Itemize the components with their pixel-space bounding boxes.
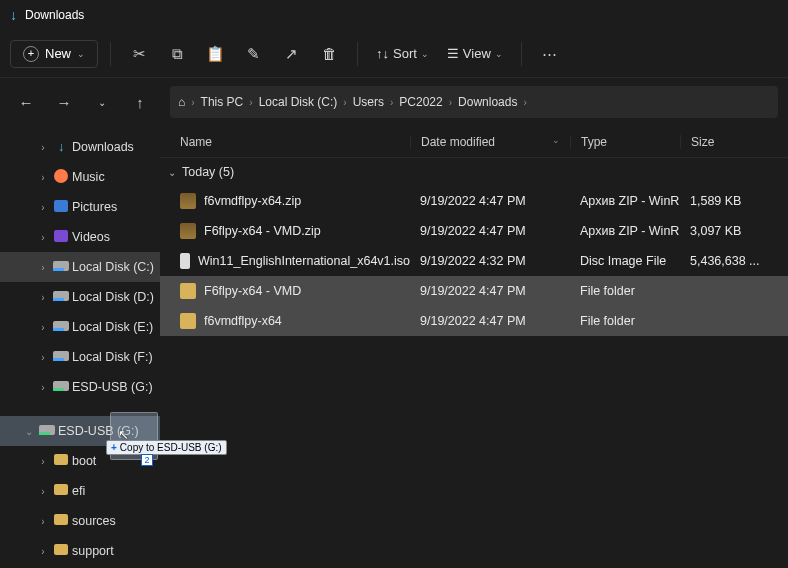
chevron-down-icon: ⌄ xyxy=(495,49,503,59)
chevron-down-icon: ⌄ xyxy=(421,49,429,59)
download-icon: ↓ xyxy=(10,7,17,23)
group-label: Today (5) xyxy=(182,165,234,179)
up-button[interactable]: ↑ xyxy=(124,86,156,118)
chevron-icon: › xyxy=(36,382,50,393)
file-size: 3,097 KB xyxy=(680,224,788,238)
sidebar-item[interactable]: ⌄ESD-USB (G:) xyxy=(0,416,160,446)
view-label: View xyxy=(463,46,491,61)
breadcrumb-segment[interactable]: Users xyxy=(353,95,384,109)
file-row[interactable]: Win11_EnglishInternational_x64v1.iso9/19… xyxy=(160,246,788,276)
chevron-right-icon: › xyxy=(343,97,346,108)
navbar: ← → ⌄ ↑ ⌂ › This PC › Local Disk (C:) › … xyxy=(0,78,788,126)
file-type: Disc Image File xyxy=(570,254,680,268)
chevron-down-icon[interactable]: ⌄ xyxy=(86,86,118,118)
chevron-icon: › xyxy=(36,262,50,273)
breadcrumb[interactable]: ⌂ › This PC › Local Disk (C:) › Users › … xyxy=(170,86,778,118)
file-date: 9/19/2022 4:47 PM xyxy=(410,314,570,328)
sidebar-item[interactable]: ›sources xyxy=(0,506,160,536)
chevron-icon: › xyxy=(36,546,50,557)
breadcrumb-segment[interactable]: This PC xyxy=(201,95,244,109)
file-row[interactable]: F6flpy-x64 - VMD9/19/2022 4:47 PMFile fo… xyxy=(160,276,788,306)
sidebar-item[interactable]: ›boot xyxy=(0,446,160,476)
breadcrumb-segment[interactable]: Downloads xyxy=(458,95,517,109)
videos-icon xyxy=(52,230,70,245)
file-date: 9/19/2022 4:47 PM xyxy=(410,224,570,238)
group-header[interactable]: ⌄ Today (5) xyxy=(160,158,788,186)
copy-button[interactable]: ⧉ xyxy=(161,38,193,70)
sidebar-item[interactable]: ›efi xyxy=(0,476,160,506)
chevron-right-icon: › xyxy=(523,97,526,108)
file-row[interactable]: f6vmdflpy-x64.zip9/19/2022 4:47 PMАрхив … xyxy=(160,186,788,216)
sidebar-item[interactable]: ›Local Disk (E:) xyxy=(0,312,160,342)
folder-icon xyxy=(52,454,70,468)
breadcrumb-segment[interactable]: PC2022 xyxy=(399,95,442,109)
sidebar-item[interactable]: ›ESD-USB (G:) xyxy=(0,372,160,402)
fold-icon xyxy=(180,283,196,299)
paste-button[interactable]: 📋 xyxy=(199,38,231,70)
sidebar-item[interactable]: ›support xyxy=(0,536,160,566)
chevron-icon: › xyxy=(36,292,50,303)
file-name: Win11_EnglishInternational_x64v1.iso xyxy=(198,254,410,268)
view-icon: ☰ xyxy=(447,46,459,61)
chevron-icon: › xyxy=(36,516,50,527)
window-title: Downloads xyxy=(25,8,84,22)
chevron-icon: › xyxy=(36,456,50,467)
file-row[interactable]: F6flpy-x64 - VMD.zip9/19/2022 4:47 PMАрх… xyxy=(160,216,788,246)
sidebar-item-label: Pictures xyxy=(72,200,117,214)
share-button[interactable]: ↗ xyxy=(275,38,307,70)
sort-button[interactable]: ↑↓ Sort ⌄ xyxy=(370,46,435,61)
file-name: F6flpy-x64 - VMD.zip xyxy=(204,224,321,238)
sidebar-item-label: support xyxy=(72,544,114,558)
column-date[interactable]: Date modified ⌄ xyxy=(410,135,570,149)
toolbar: + New ⌄ ✂ ⧉ 📋 ✎ ↗ 🗑 ↑↓ Sort ⌄ ☰ View ⌄ ⋯ xyxy=(0,30,788,78)
column-size[interactable]: Size xyxy=(680,135,788,149)
chevron-right-icon: › xyxy=(249,97,252,108)
column-type[interactable]: Type xyxy=(570,135,680,149)
sidebar-item-label: ESD-USB (G:) xyxy=(72,380,153,394)
folder-icon xyxy=(52,484,70,498)
disk-icon xyxy=(52,260,70,274)
usb-icon xyxy=(38,424,56,438)
file-type: File folder xyxy=(570,314,680,328)
chevron-icon: › xyxy=(36,352,50,363)
view-button[interactable]: ☰ View ⌄ xyxy=(441,46,509,61)
back-button[interactable]: ← xyxy=(10,86,42,118)
disk-icon xyxy=(52,320,70,334)
sidebar-item[interactable]: ›Local Disk (F:) xyxy=(0,342,160,372)
pictures-icon xyxy=(52,200,70,215)
new-button[interactable]: + New ⌄ xyxy=(10,40,98,68)
sidebar-item[interactable]: ›Pictures xyxy=(0,192,160,222)
sidebar-item[interactable]: ›Videos xyxy=(0,222,160,252)
cut-button[interactable]: ✂ xyxy=(123,38,155,70)
sidebar-item[interactable]: ›Local Disk (C:) xyxy=(0,252,160,282)
zip-icon xyxy=(180,193,196,209)
more-button[interactable]: ⋯ xyxy=(534,38,566,70)
breadcrumb-segment[interactable]: Local Disk (C:) xyxy=(259,95,338,109)
column-name[interactable]: Name xyxy=(160,135,410,149)
chevron-icon: ⌄ xyxy=(22,426,36,437)
disk-icon xyxy=(52,290,70,304)
main: ›↓Downloads›Music›Pictures›Videos›Local … xyxy=(0,126,788,568)
sidebar-item[interactable]: ›↓Downloads xyxy=(0,132,160,162)
chevron-down-icon: ⌄ xyxy=(168,167,176,178)
sidebar: ›↓Downloads›Music›Pictures›Videos›Local … xyxy=(0,126,160,568)
chevron-icon: › xyxy=(36,322,50,333)
chevron-icon: › xyxy=(36,172,50,183)
file-list: f6vmdflpy-x64.zip9/19/2022 4:47 PMАрхив … xyxy=(160,186,788,336)
rename-button[interactable]: ✎ xyxy=(237,38,269,70)
sidebar-item[interactable]: ›Local Disk (D:) xyxy=(0,282,160,312)
file-name: F6flpy-x64 - VMD xyxy=(204,284,301,298)
delete-button[interactable]: 🗑 xyxy=(313,38,345,70)
sidebar-item[interactable]: ›Music xyxy=(0,162,160,192)
file-name: f6vmdflpy-x64 xyxy=(204,314,282,328)
sidebar-item-label: Local Disk (E:) xyxy=(72,320,153,334)
new-label: New xyxy=(45,46,71,61)
home-icon[interactable]: ⌂ xyxy=(178,95,185,109)
column-date-label: Date modified xyxy=(421,135,495,149)
chevron-icon: › xyxy=(36,486,50,497)
forward-button[interactable]: → xyxy=(48,86,80,118)
file-row[interactable]: f6vmdflpy-x649/19/2022 4:47 PMFile folde… xyxy=(160,306,788,336)
chevron-icon: › xyxy=(36,202,50,213)
column-headers: Name Date modified ⌄ Type Size xyxy=(160,126,788,158)
music-icon xyxy=(52,169,70,186)
